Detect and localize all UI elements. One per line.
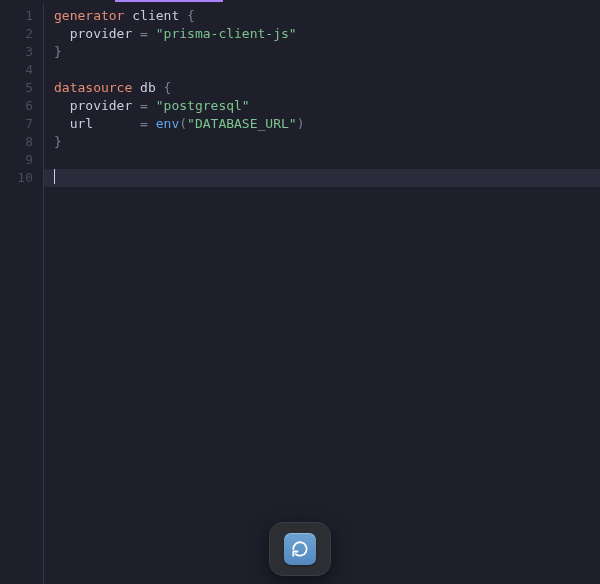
text-cursor [54,169,55,184]
line-number: 6 [0,97,33,115]
token-sp [132,98,140,113]
token-pn: ( [179,116,187,131]
dock [269,522,331,576]
token-sp [179,8,187,23]
token-pn: = [140,98,148,113]
line-number: 10 [0,169,33,187]
code-line[interactable]: provider = "postgresql" [54,97,600,115]
active-tab-indicator [115,0,223,2]
line-number-gutter: 12345678910 [0,3,44,584]
token-sp [156,80,164,95]
line-number: 1 [0,7,33,25]
token-st: "prisma-client-js" [156,26,297,41]
code-line[interactable]: } [54,43,600,61]
token-sp [132,80,140,95]
token-sp [148,98,156,113]
line-number: 2 [0,25,33,43]
token-st: "DATABASE_URL" [187,116,297,131]
token-id: provider [70,26,133,41]
line-number: 8 [0,133,33,151]
prisma-refresh-icon[interactable] [284,533,316,565]
token-pn: } [54,134,62,149]
token-sp [54,116,70,131]
token-pn: = [140,26,148,41]
loop-arrow-icon [290,539,310,559]
line-number: 9 [0,151,33,169]
token-pn: } [54,44,62,59]
line-number: 5 [0,79,33,97]
line-number: 7 [0,115,33,133]
token-id: url [70,116,93,131]
code-line[interactable] [44,169,600,187]
code-area[interactable]: generator client { provider = "prisma-cl… [44,3,600,584]
code-editor[interactable]: 12345678910 generator client { provider … [0,3,600,584]
code-line[interactable]: datasource db { [54,79,600,97]
token-sp [54,98,70,113]
token-pn: ) [297,116,305,131]
token-sp [148,116,156,131]
code-line[interactable] [54,61,600,79]
token-pn: { [187,8,195,23]
token-sp [54,26,70,41]
code-line[interactable]: provider = "prisma-client-js" [54,25,600,43]
token-sp [93,116,140,131]
token-kw: generator [54,8,124,23]
token-id: client [132,8,179,23]
line-number: 4 [0,61,33,79]
token-pn: = [140,116,148,131]
token-pn: { [164,80,172,95]
code-line[interactable] [54,151,600,169]
token-st: "postgresql" [156,98,250,113]
code-line[interactable]: url = env("DATABASE_URL") [54,115,600,133]
token-kw: datasource [54,80,132,95]
token-fn: env [156,116,179,131]
token-id: provider [70,98,133,113]
line-number: 3 [0,43,33,61]
code-line[interactable]: generator client { [54,7,600,25]
code-line[interactable]: } [54,133,600,151]
token-sp [148,26,156,41]
token-sp [132,26,140,41]
token-id: db [140,80,156,95]
